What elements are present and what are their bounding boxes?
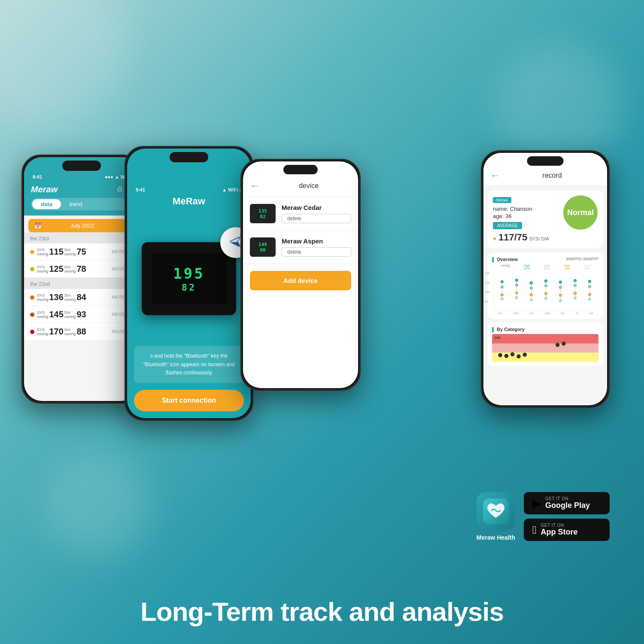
- p3-section-title: device: [266, 182, 351, 190]
- chart-day-tue: tue: [530, 312, 534, 315]
- phones-showcase: 9:41 ●●● ▲ WiFi Meraw ⎙ ☰ data trend: [13, 17, 631, 425]
- delete-button-cedar[interactable]: delete: [282, 214, 351, 223]
- record-age: age: 36: [493, 213, 563, 219]
- calendar-icon: 📅: [34, 222, 41, 229]
- normal-badge: Normal: [563, 195, 598, 230]
- app-store-button[interactable]:  GET IT ON App Store: [524, 519, 610, 541]
- device-display-bottom: 82: [182, 282, 197, 293]
- tab-trend[interactable]: trend: [61, 199, 91, 209]
- phone-data: 9:41 ●●● ▲ WiFi Meraw ⎙ ☰ data trend: [21, 155, 142, 404]
- meraw-logo-icon: [483, 498, 509, 524]
- app-icon-section: Meraw Health: [477, 492, 515, 541]
- group-label-2: the 22nd: [24, 278, 139, 289]
- meraw-app-icon[interactable]: [477, 492, 515, 531]
- phone-record: ← record Meraw name: Chanson age: 36 AVE…: [481, 150, 610, 408]
- app-store-label: GET IT ON: [541, 523, 578, 528]
- store-buttons-container: ▶ GET IT ON Google Play  GET IT ON App …: [524, 492, 610, 541]
- google-play-icon: ▶: [532, 497, 541, 510]
- data-row-4[interactable]: SYSmmHg 145 DIAmmHg 93 AM 09:10 ›: [24, 306, 139, 323]
- app-name-label: Meraw Health: [477, 534, 515, 541]
- svg-point-43: [556, 343, 560, 347]
- back-button-4[interactable]: ←: [490, 170, 500, 181]
- status-dot: [30, 267, 34, 271]
- data-row-3[interactable]: SYSmmHg 136 DIAmmHg 84 AM 09:10 ›: [24, 289, 139, 306]
- device-display-top: 195: [173, 265, 204, 282]
- phone-bluetooth: 9:41 ▲ WiFi ● MeRaw 195 82: [125, 146, 253, 421]
- main-headline: Long-Term track and analysis: [0, 596, 644, 627]
- meraw-tag: Meraw: [493, 197, 511, 203]
- chart-day-fri: fri: [576, 312, 578, 315]
- google-play-label: GET IT ON: [545, 496, 590, 501]
- status-dot: [30, 295, 34, 300]
- device-image-aspen: 14890: [250, 237, 276, 257]
- svg-point-40: [510, 352, 515, 357]
- date-selector[interactable]: 📅 July 2022 ▼: [28, 219, 135, 232]
- svg-point-44: [562, 342, 566, 346]
- device-name-aspen: Meraw Aspen: [282, 237, 351, 245]
- tab-data[interactable]: data: [32, 199, 61, 209]
- svg-point-41: [516, 354, 521, 358]
- date-label: July 2022: [70, 222, 94, 229]
- chart-day-thu: thu: [561, 312, 565, 315]
- p1-logo: Meraw: [31, 185, 58, 194]
- google-play-button[interactable]: ▶ GET IT ON Google Play: [524, 492, 610, 514]
- status-dot: [30, 330, 34, 334]
- chart-day-wed: wed: [544, 312, 550, 315]
- chart-day-sun: sun: [498, 312, 502, 315]
- overview-date: 2022/7/1~2022/7/7: [566, 257, 598, 262]
- status-dot: [30, 313, 34, 317]
- chart-day-mon: mon: [513, 312, 519, 315]
- p2-title: MeRaw: [127, 196, 251, 207]
- add-device-button[interactable]: Add device: [250, 271, 351, 290]
- status-icons-2: ▲ WiFi ●: [222, 187, 242, 192]
- blood-unit: SYS/ DIA: [529, 236, 549, 241]
- data-row-2[interactable]: SYSmmHg 125 DIAmmHg 78 AM 09:10 ›: [24, 261, 139, 278]
- group-label-1: the 23rd: [24, 232, 139, 243]
- svg-point-38: [498, 353, 502, 358]
- app-store-store: App Store: [541, 528, 578, 537]
- overview-title: Overview: [492, 257, 518, 262]
- device-item-aspen[interactable]: 14890 Meraw Aspen delete: [243, 231, 358, 264]
- app-promo-section: Meraw Health ▶ GET IT ON Google Play  G…: [477, 492, 610, 541]
- data-row-1[interactable]: SYSmmHg 115 DIAmmHg 75 AM 09:10 ›: [24, 243, 139, 261]
- back-button-3[interactable]: ←: [250, 180, 259, 191]
- blood-pressure-reading: 117/75: [498, 232, 527, 243]
- device-name-cedar: Meraw Cedar: [282, 204, 351, 211]
- start-connection-button[interactable]: Start connection: [134, 390, 244, 411]
- status-dot: [30, 250, 34, 254]
- p4-section-title: record: [504, 172, 600, 179]
- google-play-store: Google Play: [545, 501, 590, 510]
- device-image-cedar: 13582: [250, 204, 276, 223]
- share-icon[interactable]: ⎙: [118, 185, 122, 194]
- blood-drop-icon: ●: [493, 235, 496, 242]
- svg-point-39: [504, 354, 509, 358]
- data-row-5[interactable]: SYSmmHg 170 DIAmmHg 88 AM 09:10 ›: [24, 323, 139, 340]
- phone-devices: ← device 13582 Meraw Cedar delete: [240, 159, 361, 391]
- overview-chart-svg: [494, 272, 597, 310]
- record-name: name: Chanson: [493, 206, 563, 212]
- status-time-2: 9:41: [136, 187, 145, 192]
- category-title: By Category: [492, 327, 525, 332]
- device-item-cedar[interactable]: 13582 Meraw Cedar delete: [243, 197, 358, 231]
- apple-icon: : [532, 523, 537, 537]
- status-time-1: 9:41: [33, 174, 42, 179]
- svg-point-42: [523, 353, 527, 357]
- category-chart-svg: [492, 334, 598, 362]
- average-tag: AVERAGE: [493, 222, 522, 229]
- chart-day-sat: sat: [589, 312, 593, 315]
- p2-instructions: s and hold the "Bluetooth" key the "Blue…: [134, 346, 244, 383]
- delete-button-aspen[interactable]: delete: [282, 247, 351, 257]
